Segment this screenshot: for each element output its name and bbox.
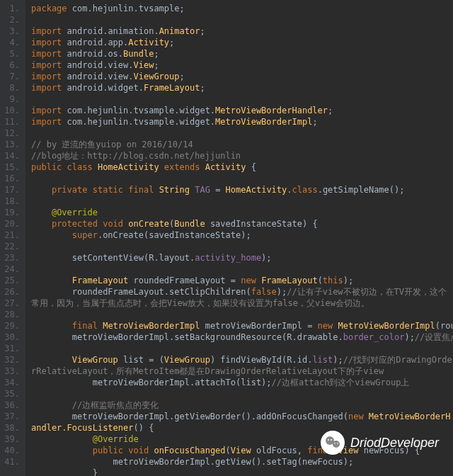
- code-line: setContentView(R.layout.activity_home);: [31, 252, 453, 264]
- code-line: //blog地址：http://blog.csdn.net/hejjunlin: [31, 150, 453, 162]
- code-line: [31, 196, 453, 207]
- line-number: 17.: [3, 184, 20, 196]
- line-number: 33.: [3, 366, 20, 377]
- svg-point-2: [328, 439, 329, 441]
- line-number: 31.: [3, 343, 20, 354]
- code-line: metroViewBorderImpl.attachTo(list);//边框a…: [31, 377, 453, 388]
- line-number: 24.: [3, 264, 20, 275]
- code-line: [31, 14, 453, 26]
- line-number: 38.: [3, 422, 20, 434]
- code-area[interactable]: package com.hejunlin.tvsample;import and…: [25, 0, 453, 476]
- svg-point-1: [333, 441, 340, 448]
- line-number: 16.: [3, 173, 20, 184]
- code-line: [31, 128, 453, 139]
- code-line: import android.os.Bundle;: [31, 48, 453, 60]
- line-number: 23.: [3, 252, 20, 264]
- code-line: super.onCreate(savedInstanceState);: [31, 230, 453, 241]
- code-line: final MetroViewBorderImpl metroViewBorde…: [31, 320, 453, 332]
- code-line: protected void onCreate(Bundle savedInst…: [31, 218, 453, 230]
- line-number: 39.: [3, 434, 20, 445]
- line-number: 20.: [3, 218, 20, 230]
- line-number: 3.: [3, 26, 20, 37]
- code-line: [31, 388, 453, 400]
- line-number: 10.: [3, 105, 20, 116]
- line-number: 35.: [3, 388, 20, 400]
- line-number: 26.: [3, 286, 20, 298]
- line-number: 4.: [3, 37, 20, 48]
- line-number: 6.: [3, 60, 20, 71]
- code-line: import com.hejunlin.tvsample.widget.Metr…: [31, 105, 453, 116]
- line-number-gutter: 1.2.3.4.5.6.7.8.9.10.11.12.13.14.15.16.1…: [0, 0, 25, 476]
- wechat-icon: [321, 431, 345, 455]
- code-line: FrameLayout roundedFrameLayout = new Fra…: [31, 275, 453, 286]
- svg-point-4: [334, 443, 336, 444]
- line-number: 21.: [3, 230, 20, 241]
- line-number: 22.: [3, 241, 20, 252]
- code-line: metroViewBorderImpl.setBackgroundResourc…: [31, 332, 453, 343]
- line-number: 1.: [3, 3, 20, 14]
- code-line: public class HomeActivity extends Activi…: [31, 162, 453, 173]
- code-line: [31, 343, 453, 354]
- line-number: 7.: [3, 71, 20, 82]
- line-number: 25.: [3, 275, 20, 286]
- code-editor: 1.2.3.4.5.6.7.8.9.10.11.12.13.14.15.16.1…: [0, 0, 453, 476]
- code-line: import android.view.ViewGroup;: [31, 71, 453, 82]
- code-line: [31, 241, 453, 252]
- line-number: 2.: [3, 14, 20, 26]
- line-number: 18.: [3, 196, 20, 207]
- code-line: [31, 309, 453, 320]
- line-number: 29.: [3, 320, 20, 332]
- line-number: 30.: [3, 332, 20, 343]
- svg-point-5: [337, 443, 338, 444]
- code-line: // by 逆流的鱼yuiop on 2016/10/14: [31, 139, 453, 150]
- code-line: [31, 264, 453, 275]
- code-line: import com.hejunlin.tvsample.widget.Metr…: [31, 116, 453, 128]
- line-number: 11.: [3, 116, 20, 128]
- code-line: import android.app.Activity;: [31, 37, 453, 48]
- line-number: 8.: [3, 82, 20, 94]
- line-number: 28.: [3, 309, 20, 320]
- code-line: package com.hejunlin.tvsample;: [31, 3, 453, 14]
- line-number: 41.: [3, 456, 20, 468]
- line-number: 14.: [3, 150, 20, 162]
- line-number: 37.: [3, 411, 20, 422]
- line-number: 13.: [3, 139, 20, 150]
- line-number: 36.: [3, 400, 20, 411]
- code-line: metroViewBorderImpl.getView().setTag(new…: [31, 456, 453, 468]
- watermark-text: DriodDeveloper: [350, 436, 439, 450]
- line-number: 9.: [3, 94, 20, 105]
- line-number: 15.: [3, 162, 20, 173]
- code-line: [31, 173, 453, 184]
- line-number: 12.: [3, 128, 20, 139]
- line-number: 34.: [3, 377, 20, 388]
- code-line: private static final String TAG = HomeAc…: [31, 184, 453, 196]
- code-line: import android.view.View;: [31, 60, 453, 71]
- line-number: 5.: [3, 48, 20, 60]
- line-number: 27.: [3, 298, 20, 309]
- code-line: //边框监听焦点的变化: [31, 400, 453, 411]
- line-number: 19.: [3, 207, 20, 218]
- code-line: roundedFrameLayout.setClipChildren(false…: [31, 286, 453, 309]
- code-line: [31, 94, 453, 105]
- line-number: 32.: [3, 354, 20, 366]
- code-line: @Override: [31, 207, 453, 218]
- code-line: import android.animation.Animator;: [31, 26, 453, 37]
- line-number: 40.: [3, 445, 20, 456]
- watermark: DriodDeveloper: [321, 431, 439, 455]
- code-line: import android.widget.FrameLayout;: [31, 82, 453, 94]
- svg-point-3: [331, 439, 332, 441]
- code-line: ViewGroup list = (ViewGroup) findViewByI…: [31, 354, 453, 377]
- code-line: }: [31, 468, 453, 476]
